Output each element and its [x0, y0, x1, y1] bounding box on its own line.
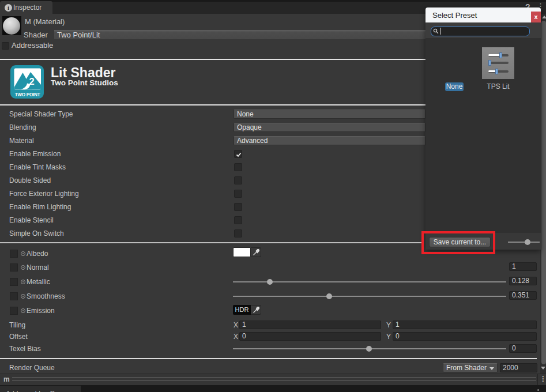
svg-text:2: 2 — [29, 76, 34, 86]
svg-text:TWO POINT: TWO POINT — [15, 92, 40, 97]
